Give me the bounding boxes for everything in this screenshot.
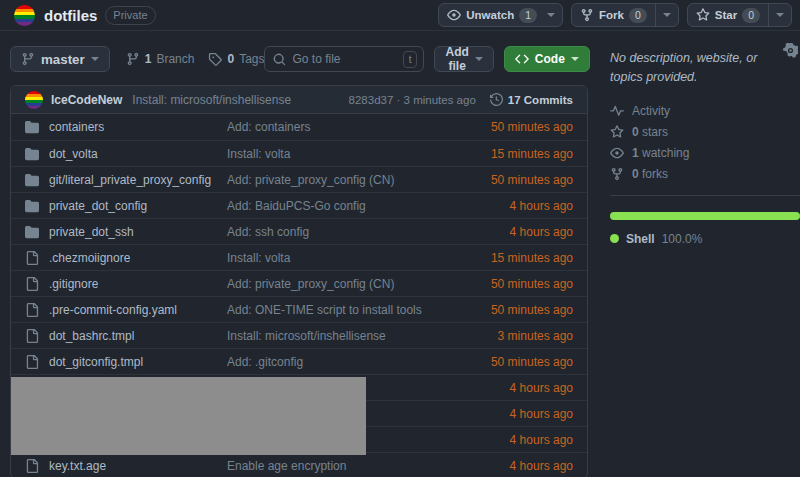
file-name[interactable]: private_dot_config xyxy=(49,199,147,213)
star-dropdown[interactable] xyxy=(768,4,791,26)
commit-message[interactable]: Add: .gitconfig xyxy=(227,355,463,369)
file-name[interactable]: .gitignore xyxy=(49,277,98,291)
go-to-file-search[interactable]: t xyxy=(264,46,424,72)
table-row[interactable]: .pre-commit-config.yaml Add: ONE-TIME sc… xyxy=(11,296,587,322)
sidebar-stat-item[interactable]: 0 stars xyxy=(610,125,800,139)
file-name[interactable]: .pre-commit-config.yaml xyxy=(49,303,177,317)
commit-message[interactable]: Add: containers xyxy=(227,120,463,134)
commit-time: 4 hours ago xyxy=(463,407,573,421)
commit-message[interactable]: Add: private_proxy_config (CN) xyxy=(227,173,463,187)
commit-message[interactable]: Add: BaiduPCS-Go config xyxy=(227,199,463,213)
fork-icon xyxy=(580,8,594,22)
tags-link[interactable]: 0 Tags xyxy=(208,52,264,66)
repo-header: dotfiles Private Unwatch 1 Fork 0 xyxy=(0,0,800,31)
file-name[interactable]: private_dot_ssh xyxy=(49,225,134,239)
watch-dropdown[interactable] xyxy=(545,4,562,26)
commit-time: 50 minutes ago xyxy=(463,303,573,317)
code-icon xyxy=(515,52,529,66)
file-name[interactable]: dot_bashrc.tmpl xyxy=(49,329,134,343)
commit-message[interactable]: Install: volta xyxy=(227,251,463,265)
commit-time: 4 hours ago xyxy=(463,381,573,395)
add-file-button[interactable]: Add file xyxy=(434,46,493,72)
sidebar-stat-item[interactable]: Activity xyxy=(610,104,800,118)
branch-selector[interactable]: master xyxy=(10,46,110,72)
commit-history-link[interactable]: 17 Commits xyxy=(490,93,573,106)
table-row[interactable]: dot_volta Install: volta 15 minutes ago xyxy=(11,140,587,166)
gear-icon[interactable] xyxy=(783,43,798,58)
latest-commit-message[interactable]: Install: microsoft/inshellisense xyxy=(132,93,291,107)
sidebar-stat-item[interactable]: 1 watching xyxy=(610,146,800,160)
folder-icon xyxy=(25,173,39,187)
search-input[interactable] xyxy=(292,52,396,66)
sidebar-stat-item[interactable]: 0 forks xyxy=(610,167,800,181)
commit-message[interactable]: Install: volta xyxy=(227,147,463,161)
commit-time: 15 minutes ago xyxy=(463,251,573,265)
table-row[interactable]: dot_bashrc.tmpl Install: microsoft/inshe… xyxy=(11,322,587,348)
language-legend[interactable]: Shell 100.0% xyxy=(610,232,800,246)
table-row[interactable]: key.txt.age Enable age encryption 4 hour… xyxy=(11,452,587,477)
folder-icon xyxy=(25,147,39,161)
fork-button[interactable]: Fork 0 xyxy=(571,3,679,27)
file-name[interactable]: dot_volta xyxy=(49,147,98,161)
file-name[interactable]: key.txt.age xyxy=(49,459,106,473)
repo-description: No description, website, or topics provi… xyxy=(610,49,800,88)
current-branch: master xyxy=(41,52,85,67)
search-icon xyxy=(273,53,286,66)
history-icon xyxy=(490,93,503,106)
star-icon xyxy=(696,8,710,22)
commit-time: 4 hours ago xyxy=(463,433,573,447)
watch-count: 1 xyxy=(519,8,537,23)
commit-time: 4 hours ago xyxy=(463,199,573,213)
watch-button[interactable]: Unwatch 1 xyxy=(438,3,563,27)
branch-icon xyxy=(21,52,35,66)
table-row[interactable]: containers Add: containers 50 minutes ag… xyxy=(11,114,587,140)
tag-icon xyxy=(208,52,222,66)
file-name[interactable]: .chezmoiignore xyxy=(49,251,130,265)
commit-message[interactable]: Add: ONE-TIME script to install tools xyxy=(227,303,463,317)
code-label: Code xyxy=(535,52,565,66)
commit-message[interactable]: Add: ssh config xyxy=(227,225,463,239)
table-row[interactable]: .chezmoiignore Install: volta 15 minutes… xyxy=(11,244,587,270)
fork-icon xyxy=(610,167,624,181)
commits-count: 17 Commits xyxy=(508,94,573,106)
code-button[interactable]: Code xyxy=(504,46,590,72)
file-icon xyxy=(25,459,39,473)
table-row[interactable]: dot_gitconfig.tmpl Add: .gitconfig 50 mi… xyxy=(11,348,587,374)
file-icon xyxy=(25,251,39,265)
table-row[interactable]: .gitignore Add: private_proxy_config (CN… xyxy=(11,270,587,296)
table-row[interactable]: private_dot_config Add: BaiduPCS-Go conf… xyxy=(11,192,587,218)
file-name[interactable]: git/literal_private_proxy_config xyxy=(49,173,211,187)
sidebar-divider xyxy=(610,195,800,196)
fork-dropdown[interactable] xyxy=(655,4,678,26)
commit-message[interactable]: Add: private_proxy_config (CN) xyxy=(227,277,463,291)
folder-icon xyxy=(25,120,39,134)
tags-count: 0 xyxy=(227,52,234,66)
eye-icon xyxy=(447,8,461,22)
eye-icon xyxy=(610,146,624,160)
star-count: 0 xyxy=(742,8,760,23)
tags-label: Tags xyxy=(239,52,264,66)
commit-author[interactable]: IceCodeNew xyxy=(51,93,122,107)
commit-message[interactable]: Install: microsoft/inshellisense xyxy=(227,329,463,343)
file-name[interactable]: dot_gitconfig.tmpl xyxy=(49,355,143,369)
language-bar[interactable] xyxy=(610,212,800,220)
star-icon xyxy=(610,125,624,139)
file-icon xyxy=(25,329,39,343)
branches-link[interactable]: 1 Branch xyxy=(126,52,195,66)
repo-name[interactable]: dotfiles xyxy=(44,7,97,24)
table-row[interactable]: private_dot_ssh Add: ssh config 4 hours … xyxy=(11,218,587,244)
latest-commit-bar: IceCodeNew Install: microsoft/inshellise… xyxy=(11,86,587,114)
file-name[interactable]: containers xyxy=(49,120,104,134)
about-sidebar: No description, website, or topics provi… xyxy=(610,31,800,477)
repo-avatar[interactable] xyxy=(14,5,35,26)
commit-author-avatar[interactable] xyxy=(25,91,43,109)
language-dot-icon xyxy=(610,234,619,243)
repo-actions: Unwatch 1 Fork 0 Star 0 xyxy=(438,3,792,27)
table-row[interactable]: git/literal_private_proxy_config Add: pr… xyxy=(11,166,587,192)
commit-time: 50 minutes ago xyxy=(463,173,573,187)
stat-label: forks xyxy=(642,167,668,181)
commit-hash-time[interactable]: 8283d37 · 3 minutes ago xyxy=(349,94,476,106)
file-icon xyxy=(25,303,39,317)
star-button[interactable]: Star 0 xyxy=(687,3,792,27)
commit-message[interactable]: Enable age encryption xyxy=(227,459,463,473)
